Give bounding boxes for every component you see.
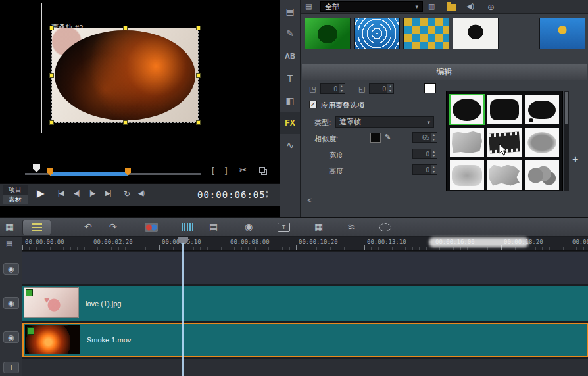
video-track-icon[interactable]: ◉ xyxy=(3,263,19,275)
mask-rough-oval[interactable] xyxy=(525,128,559,157)
storyboard-view-icon[interactable]: ▦ xyxy=(5,222,14,232)
gallery-scrollbar-thumb[interactable] xyxy=(565,92,568,124)
title-tool[interactable]: T xyxy=(280,67,300,89)
collapse-panel-button[interactable]: < xyxy=(307,196,312,205)
gallery-filter-dropdown[interactable]: 全部 ▾ xyxy=(320,1,423,12)
spin-down-icon[interactable]: ▾ xyxy=(387,89,393,93)
enlarge-preview-icon[interactable] xyxy=(259,167,265,173)
timecode-down-icon[interactable]: ▾ xyxy=(266,194,268,199)
clip-mode-button[interactable]: 素材 xyxy=(3,195,28,204)
filter-thumb-ink-leaf[interactable] xyxy=(453,18,499,49)
resize-handle-e[interactable] xyxy=(196,73,201,78)
go-to-end-button[interactable]: ▶| xyxy=(105,189,110,197)
library-menu-icon[interactable]: ▤ xyxy=(305,2,312,11)
redo-button[interactable]: ↷ xyxy=(109,222,117,232)
motion-path-tool[interactable]: ∿ xyxy=(280,134,300,156)
spin-down-icon[interactable]: ▾ xyxy=(431,154,437,158)
volume-icon[interactable]: ◀) xyxy=(138,189,144,197)
go-to-start-button[interactable]: |◀ xyxy=(58,189,63,197)
video-track-row[interactable] xyxy=(22,252,588,284)
track-manager-icon[interactable]: ▤ xyxy=(6,239,12,248)
mask-crumpled[interactable] xyxy=(487,160,522,190)
import-folder-icon[interactable] xyxy=(447,4,456,11)
overlay-track1-row[interactable]: love (1).jpg xyxy=(22,286,588,321)
resize-handle-ne[interactable] xyxy=(196,26,201,30)
resize-handle-nw[interactable] xyxy=(49,26,54,30)
similarity-spinner[interactable]: 65 ▴▾ xyxy=(412,132,437,143)
lasso-select-icon[interactable] xyxy=(379,223,391,231)
spin-down-icon[interactable]: ▾ xyxy=(431,170,437,174)
transparency-spinner[interactable]: 0 ▴▾ xyxy=(369,83,394,94)
width-spinner[interactable]: 0 ▴▾ xyxy=(412,149,437,159)
filter-thumb-green-leaf[interactable] xyxy=(305,18,351,49)
effects-disc-icon[interactable]: ◉ xyxy=(245,222,253,232)
globe-icon[interactable]: ⊕ xyxy=(487,2,495,12)
resize-handle-w[interactable] xyxy=(49,73,54,78)
undo-button[interactable]: ↶ xyxy=(84,222,92,232)
scrubber-playhead[interactable] xyxy=(33,164,40,172)
sound-mixer-icon[interactable] xyxy=(182,223,193,231)
filter-thumb-ripple[interactable] xyxy=(354,18,400,49)
spin-up-icon[interactable]: ▴ xyxy=(387,84,393,89)
timeline-view-button[interactable] xyxy=(22,220,51,235)
resize-handle-s[interactable] xyxy=(123,120,128,125)
spin-up-icon[interactable]: ▴ xyxy=(339,84,345,89)
sound-icon[interactable]: ◀) xyxy=(466,2,474,11)
playhead-grip[interactable] xyxy=(178,237,188,243)
view-toggle-icon[interactable]: ▥ xyxy=(428,2,435,11)
mark-in-button[interactable]: [ xyxy=(212,165,214,175)
eyedropper-icon[interactable]: ✎ xyxy=(385,133,391,141)
instant-project-icon[interactable]: ▤ xyxy=(209,222,218,232)
mask-type-dropdown[interactable]: 遮罩帧 ▾ xyxy=(335,116,434,128)
transition-tool[interactable]: AB xyxy=(280,45,300,67)
overlay-track2-icon[interactable]: ◉ xyxy=(3,331,19,343)
record-capture-icon[interactable] xyxy=(145,223,158,232)
title-track-icon[interactable]: T xyxy=(3,362,19,373)
similarity-color-swatch[interactable] xyxy=(370,133,381,143)
speed-icon[interactable]: ≋ xyxy=(347,222,355,232)
spin-up-icon[interactable]: ▴ xyxy=(431,165,437,170)
mask-torn-paper[interactable] xyxy=(450,128,484,157)
border-color-swatch[interactable] xyxy=(424,83,436,93)
mask-soft-rect[interactable] xyxy=(450,160,484,190)
previous-frame-button[interactable]: ◀| xyxy=(74,189,79,197)
play-button[interactable]: ▶ xyxy=(37,187,45,199)
mask-rounded-rect[interactable] xyxy=(487,95,522,124)
title-track-row[interactable] xyxy=(22,359,588,376)
filter-thumb-balloon[interactable] xyxy=(539,18,585,49)
scrubber-selection-range[interactable] xyxy=(50,172,128,176)
selected-clip-bounding-box[interactable] xyxy=(51,28,199,123)
repeat-button[interactable]: ↻ xyxy=(124,189,130,199)
overlay-track1-icon[interactable]: ◉ xyxy=(3,297,19,309)
spin-up-icon[interactable]: ▴ xyxy=(431,149,437,154)
mask-circles[interactable] xyxy=(525,160,559,190)
timeline-playhead[interactable] xyxy=(182,242,184,376)
mark-out-button[interactable]: ] xyxy=(225,165,228,175)
overlay-track2-row-selected[interactable]: Smoke 1.mov xyxy=(22,323,588,357)
paint-tool[interactable]: ✎ xyxy=(280,22,300,45)
filter-fx-tool[interactable]: FX xyxy=(280,112,300,134)
mask-speech-cloud[interactable] xyxy=(525,95,559,124)
spin-down-icon[interactable]: ▾ xyxy=(431,137,437,142)
project-mode-button[interactable]: 项目 xyxy=(3,185,28,195)
timecode-up-icon[interactable]: ▴ xyxy=(266,189,268,194)
add-mask-button[interactable]: + xyxy=(572,154,578,166)
split-clip-scissors-icon[interactable]: ✂ xyxy=(239,165,247,175)
resize-handle-sw[interactable] xyxy=(49,120,54,125)
height-spinner[interactable]: 0 ▴▾ xyxy=(412,164,437,175)
timeline-ruler[interactable]: 00:00:00:00 00:00:02:20 00:00:05:10 00:0… xyxy=(22,237,588,251)
spin-down-icon[interactable]: ▾ xyxy=(339,89,345,93)
mask-oval-selected[interactable] xyxy=(450,95,484,124)
graphic-tool[interactable]: ◧ xyxy=(280,89,300,112)
media-tool[interactable]: ▤ xyxy=(280,0,300,22)
timecode-stepper[interactable]: ▴ ▾ xyxy=(266,189,268,199)
edit-tab[interactable]: 编辑 xyxy=(302,64,587,80)
timecode-display[interactable]: 00:00:06:05 xyxy=(197,189,266,200)
border-width-spinner[interactable]: 0 ▴▾ xyxy=(320,83,345,94)
multi-trim-icon[interactable]: ▦ xyxy=(314,222,323,232)
resize-handle-se[interactable] xyxy=(196,120,201,125)
resize-handle-n[interactable] xyxy=(123,26,128,30)
spin-up-icon[interactable]: ▴ xyxy=(431,133,437,137)
subtitle-editor-icon[interactable]: T xyxy=(278,223,290,232)
next-frame-button[interactable]: |▶ xyxy=(89,189,95,197)
